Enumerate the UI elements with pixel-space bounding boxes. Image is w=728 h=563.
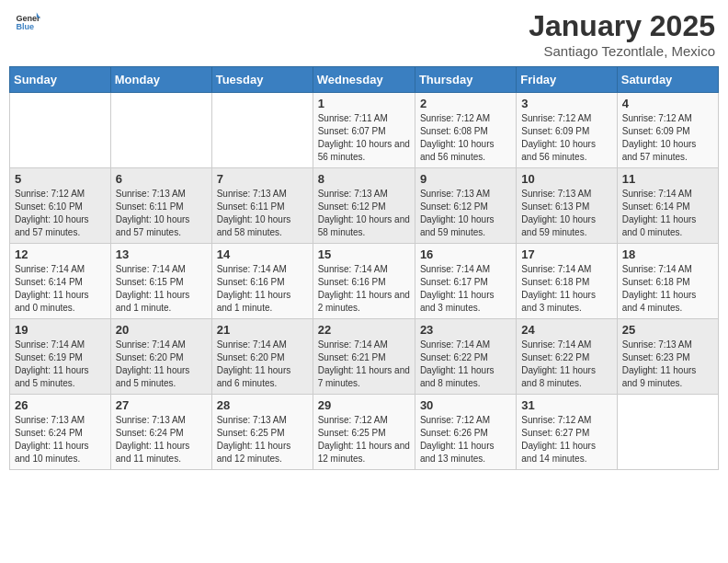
weekday-header-thursday: Thursday — [415, 67, 516, 93]
weekday-header-monday: Monday — [110, 67, 211, 93]
day-number: 26 — [15, 398, 106, 412]
calendar-cell: 18Sunrise: 7:14 AM Sunset: 6:18 PM Dayli… — [617, 244, 718, 319]
weekday-header-saturday: Saturday — [617, 67, 718, 93]
day-info: Sunrise: 7:14 AM Sunset: 6:20 PM Dayligh… — [217, 339, 308, 390]
day-info: Sunrise: 7:12 AM Sunset: 6:10 PM Dayligh… — [15, 188, 106, 239]
page-header: General Blue January 2025 Santiago Tezon… — [9, 9, 719, 59]
calendar-cell: 8Sunrise: 7:13 AM Sunset: 6:12 PM Daylig… — [313, 168, 415, 244]
calendar-cell — [10, 93, 111, 168]
day-number: 9 — [420, 172, 511, 186]
calendar-cell: 30Sunrise: 7:12 AM Sunset: 6:26 PM Dayli… — [415, 395, 516, 470]
calendar-cell — [211, 93, 313, 168]
calendar-cell: 9Sunrise: 7:13 AM Sunset: 6:12 PM Daylig… — [415, 168, 516, 244]
calendar-cell: 3Sunrise: 7:12 AM Sunset: 6:09 PM Daylig… — [517, 93, 617, 168]
day-number: 8 — [318, 172, 410, 186]
calendar-cell: 23Sunrise: 7:14 AM Sunset: 6:22 PM Dayli… — [415, 319, 516, 395]
day-number: 1 — [318, 97, 410, 110]
day-number: 23 — [420, 323, 511, 337]
calendar-cell: 1Sunrise: 7:11 AM Sunset: 6:07 PM Daylig… — [313, 93, 415, 168]
day-number: 6 — [116, 172, 207, 186]
calendar-cell: 19Sunrise: 7:14 AM Sunset: 6:19 PM Dayli… — [10, 319, 111, 395]
day-number: 28 — [217, 398, 308, 412]
calendar-week-row: 1Sunrise: 7:11 AM Sunset: 6:07 PM Daylig… — [10, 93, 719, 168]
day-info: Sunrise: 7:11 AM Sunset: 6:07 PM Dayligh… — [318, 112, 410, 164]
calendar-week-row: 5Sunrise: 7:12 AM Sunset: 6:10 PM Daylig… — [10, 168, 719, 244]
day-info: Sunrise: 7:14 AM Sunset: 6:18 PM Dayligh… — [622, 263, 713, 315]
day-number: 19 — [15, 323, 106, 337]
weekday-header-tuesday: Tuesday — [211, 67, 313, 93]
day-number: 4 — [622, 97, 713, 110]
day-info: Sunrise: 7:13 AM Sunset: 6:24 PM Dayligh… — [15, 414, 106, 465]
calendar-cell: 28Sunrise: 7:13 AM Sunset: 6:25 PM Dayli… — [211, 395, 313, 470]
day-info: Sunrise: 7:13 AM Sunset: 6:11 PM Dayligh… — [116, 188, 207, 239]
day-info: Sunrise: 7:14 AM Sunset: 6:22 PM Dayligh… — [420, 339, 511, 390]
day-number: 25 — [622, 323, 713, 337]
weekday-header-sunday: Sunday — [10, 67, 111, 93]
day-number: 15 — [318, 247, 410, 261]
day-info: Sunrise: 7:13 AM Sunset: 6:12 PM Dayligh… — [318, 188, 410, 239]
calendar-cell: 22Sunrise: 7:14 AM Sunset: 6:21 PM Dayli… — [313, 319, 415, 395]
calendar-cell: 13Sunrise: 7:14 AM Sunset: 6:15 PM Dayli… — [110, 244, 211, 319]
day-info: Sunrise: 7:14 AM Sunset: 6:14 PM Dayligh… — [15, 263, 106, 315]
day-info: Sunrise: 7:12 AM Sunset: 6:09 PM Dayligh… — [521, 112, 611, 164]
day-info: Sunrise: 7:14 AM Sunset: 6:18 PM Dayligh… — [521, 263, 611, 315]
weekday-header-friday: Friday — [517, 67, 617, 93]
calendar-cell: 31Sunrise: 7:12 AM Sunset: 6:27 PM Dayli… — [517, 395, 617, 470]
calendar-cell: 27Sunrise: 7:13 AM Sunset: 6:24 PM Dayli… — [110, 395, 211, 470]
weekday-header-wednesday: Wednesday — [313, 67, 415, 93]
location-title: Santiago Tezontlale, Mexico — [529, 43, 715, 59]
day-number: 11 — [622, 172, 713, 186]
day-info: Sunrise: 7:13 AM Sunset: 6:12 PM Dayligh… — [420, 188, 511, 239]
calendar-cell: 12Sunrise: 7:14 AM Sunset: 6:14 PM Dayli… — [10, 244, 111, 319]
day-number: 21 — [217, 323, 308, 337]
calendar-cell: 2Sunrise: 7:12 AM Sunset: 6:08 PM Daylig… — [415, 93, 516, 168]
day-info: Sunrise: 7:14 AM Sunset: 6:14 PM Dayligh… — [622, 188, 713, 239]
day-info: Sunrise: 7:14 AM Sunset: 6:20 PM Dayligh… — [116, 339, 207, 390]
day-number: 14 — [217, 247, 308, 261]
day-info: Sunrise: 7:14 AM Sunset: 6:21 PM Dayligh… — [318, 339, 410, 390]
day-info: Sunrise: 7:13 AM Sunset: 6:13 PM Dayligh… — [521, 188, 611, 239]
day-number: 27 — [116, 398, 207, 412]
calendar-week-row: 26Sunrise: 7:13 AM Sunset: 6:24 PM Dayli… — [10, 395, 719, 470]
day-number: 7 — [217, 172, 308, 186]
calendar-cell: 29Sunrise: 7:12 AM Sunset: 6:25 PM Dayli… — [313, 395, 415, 470]
day-info: Sunrise: 7:14 AM Sunset: 6:22 PM Dayligh… — [521, 339, 611, 390]
calendar-cell: 10Sunrise: 7:13 AM Sunset: 6:13 PM Dayli… — [517, 168, 617, 244]
logo: General Blue — [13, 9, 40, 35]
day-number: 3 — [521, 97, 611, 110]
calendar-cell: 24Sunrise: 7:14 AM Sunset: 6:22 PM Dayli… — [517, 319, 617, 395]
calendar-week-row: 19Sunrise: 7:14 AM Sunset: 6:19 PM Dayli… — [10, 319, 719, 395]
day-number: 12 — [15, 247, 106, 261]
calendar-table: SundayMondayTuesdayWednesdayThursdayFrid… — [9, 66, 719, 470]
day-number: 31 — [521, 398, 611, 412]
logo-icon: General Blue — [15, 9, 40, 35]
day-info: Sunrise: 7:14 AM Sunset: 6:16 PM Dayligh… — [217, 263, 308, 315]
title-area: January 2025 Santiago Tezontlale, Mexico — [529, 9, 715, 59]
day-info: Sunrise: 7:12 AM Sunset: 6:26 PM Dayligh… — [420, 414, 511, 465]
calendar-cell: 5Sunrise: 7:12 AM Sunset: 6:10 PM Daylig… — [10, 168, 111, 244]
month-title: January 2025 — [529, 9, 715, 43]
day-number: 2 — [420, 97, 511, 110]
calendar-cell — [110, 93, 211, 168]
day-info: Sunrise: 7:12 AM Sunset: 6:09 PM Dayligh… — [622, 112, 713, 164]
calendar-cell: 16Sunrise: 7:14 AM Sunset: 6:17 PM Dayli… — [415, 244, 516, 319]
day-info: Sunrise: 7:12 AM Sunset: 6:25 PM Dayligh… — [318, 414, 410, 465]
day-number: 16 — [420, 247, 511, 261]
calendar-cell: 20Sunrise: 7:14 AM Sunset: 6:20 PM Dayli… — [110, 319, 211, 395]
day-number: 10 — [521, 172, 611, 186]
day-number: 18 — [622, 247, 713, 261]
calendar-cell: 25Sunrise: 7:13 AM Sunset: 6:23 PM Dayli… — [617, 319, 718, 395]
day-info: Sunrise: 7:12 AM Sunset: 6:27 PM Dayligh… — [521, 414, 611, 465]
day-number: 13 — [116, 247, 207, 261]
day-number: 17 — [521, 247, 611, 261]
day-info: Sunrise: 7:14 AM Sunset: 6:19 PM Dayligh… — [15, 339, 106, 390]
calendar-cell: 6Sunrise: 7:13 AM Sunset: 6:11 PM Daylig… — [110, 168, 211, 244]
calendar-cell: 14Sunrise: 7:14 AM Sunset: 6:16 PM Dayli… — [211, 244, 313, 319]
day-number: 22 — [318, 323, 410, 337]
calendar-cell: 4Sunrise: 7:12 AM Sunset: 6:09 PM Daylig… — [617, 93, 718, 168]
calendar-cell: 11Sunrise: 7:14 AM Sunset: 6:14 PM Dayli… — [617, 168, 718, 244]
day-info: Sunrise: 7:13 AM Sunset: 6:23 PM Dayligh… — [622, 339, 713, 390]
calendar-cell: 26Sunrise: 7:13 AM Sunset: 6:24 PM Dayli… — [10, 395, 111, 470]
day-number: 30 — [420, 398, 511, 412]
day-info: Sunrise: 7:14 AM Sunset: 6:15 PM Dayligh… — [116, 263, 207, 315]
